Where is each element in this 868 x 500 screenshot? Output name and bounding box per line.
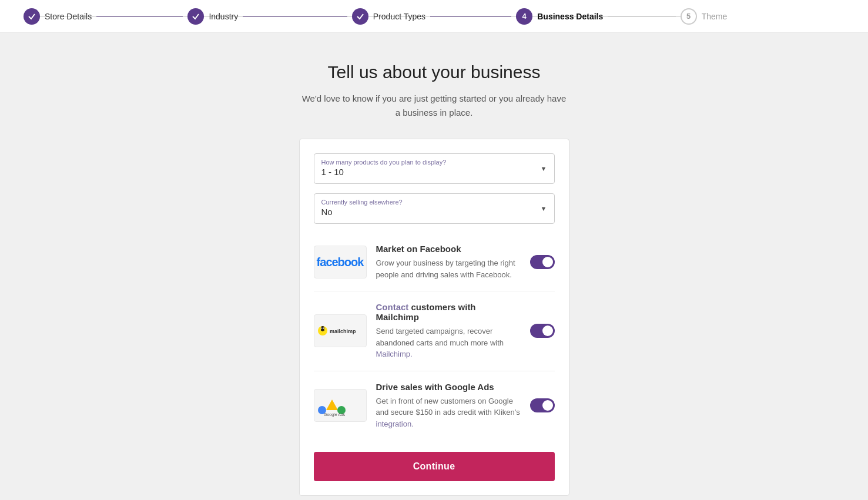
facebook-wordmark: facebook [317, 256, 364, 269]
mailchimp-title-highlight: Contact [376, 302, 409, 312]
google-ads-link: integration. [376, 420, 414, 428]
mailchimp-link: Mailchimp. [376, 350, 413, 358]
line-2 [243, 16, 347, 16]
facebook-info: Market on Facebook Grow your business by… [376, 244, 521, 280]
integration-google-ads: Google Ads Drive sales with Google Ads G… [314, 371, 555, 441]
integration-list: facebook Market on Facebook Grow your bu… [314, 233, 555, 440]
mailchimp-desc: Send targeted campaigns, recover abandon… [376, 325, 521, 360]
google-ads-title: Drive sales with Google Ads [376, 382, 521, 392]
facebook-desc: Grow your business by targeting the righ… [376, 257, 521, 280]
facebook-toggle[interactable] [530, 255, 555, 269]
selling-dropdown-arrow: ▼ [541, 205, 547, 212]
products-label: How many products do you plan to display… [321, 159, 547, 166]
svg-text:Google Ads: Google Ads [324, 412, 346, 417]
progress-bar: Store Details Industry Product Types 4 B… [0, 0, 868, 33]
step-label-theme: Theme [702, 12, 728, 21]
step-icon-business-details: 4 [516, 8, 532, 25]
integration-facebook: facebook Market on Facebook Grow your bu… [314, 233, 555, 291]
selling-select-container[interactable]: Currently selling elsewhere? No ▼ [314, 193, 555, 224]
continue-button[interactable]: Continue [314, 452, 555, 481]
google-ads-desc: Get in front of new customers on Google … [376, 395, 521, 430]
google-ads-logo: Google Ads [314, 389, 367, 422]
step-theme: 5 Theme [681, 8, 844, 25]
page-title: Tell us about your business [328, 62, 541, 82]
step-label-industry: Industry [209, 12, 238, 21]
step-icon-theme: 5 [681, 8, 697, 25]
step-industry: Industry [187, 8, 351, 25]
business-form-card: How many products do you plan to display… [299, 139, 569, 496]
page-subtitle: We'd love to know if you are just gettin… [299, 92, 569, 120]
step-label-store-details: Store Details [45, 12, 92, 21]
step-icon-store-details [24, 8, 40, 25]
step-icon-product-types [352, 8, 368, 25]
line-3 [430, 16, 511, 16]
facebook-logo: facebook [314, 246, 367, 278]
svg-marker-5 [326, 400, 338, 410]
google-ads-svg: Google Ads [317, 394, 364, 417]
line-4 [608, 16, 675, 16]
step-label-business-details: Business Details [537, 12, 603, 21]
selling-label: Currently selling elsewhere? [321, 199, 547, 206]
main-content: Tell us about your business We'd love to… [0, 33, 868, 500]
svg-text:mailchimp: mailchimp [330, 328, 356, 334]
mailchimp-svg: mailchimp [317, 323, 364, 339]
mailchimp-title: Contact customers with Mailchimp [376, 302, 521, 322]
google-ads-info: Drive sales with Google Ads Get in front… [376, 382, 521, 430]
integration-mailchimp: mailchimp Contact customers with Mailchi… [314, 291, 555, 371]
products-select-container[interactable]: How many products do you plan to display… [314, 153, 555, 184]
mailchimp-logo: mailchimp [314, 314, 367, 347]
mailchimp-toggle[interactable] [530, 324, 555, 338]
mailchimp-info: Contact customers with Mailchimp Send ta… [376, 302, 521, 360]
google-ads-toggle[interactable] [530, 398, 555, 412]
products-dropdown-arrow: ▼ [541, 165, 547, 172]
svg-point-3 [323, 328, 324, 329]
line-1 [96, 16, 183, 16]
selling-value: No [321, 207, 333, 217]
facebook-title: Market on Facebook [376, 244, 521, 254]
step-icon-industry [187, 8, 204, 25]
step-label-product-types: Product Types [373, 12, 425, 21]
step-product-types: Product Types [352, 8, 516, 25]
step-business-details: 4 Business Details [516, 8, 680, 25]
step-store-details: Store Details [24, 8, 187, 25]
products-value: 1 - 10 [321, 167, 344, 177]
svg-point-2 [321, 328, 322, 329]
